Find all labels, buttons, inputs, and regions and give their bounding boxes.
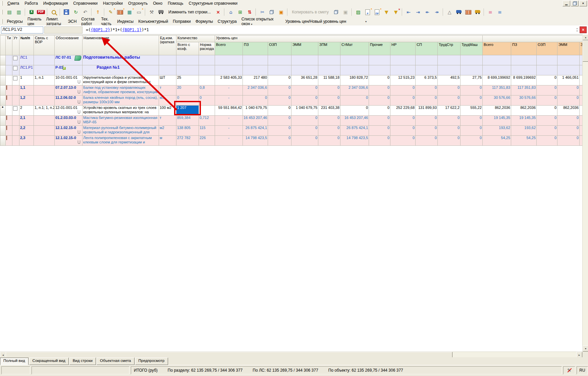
- view-button-9[interactable]: Формулы: [193, 18, 215, 25]
- add-document-icon[interactable]: ⊞: [236, 8, 245, 16]
- value-cell[interactable]: 0: [416, 136, 438, 146]
- price-level-combo[interactable]: Уровень цен/Новый уровень цен: [284, 18, 364, 25]
- bop-link-cell[interactable]: [34, 65, 55, 75]
- row-indicator-cell[interactable]: [0, 65, 6, 75]
- scroll-down-button[interactable]: ▼: [583, 346, 588, 352]
- rate-cell[interactable]: 0,712: [199, 116, 215, 126]
- add-note-icon[interactable]: ▭*: [135, 8, 143, 16]
- excel-export-icon[interactable]: X: [27, 8, 36, 16]
- value2-cell[interactable]: [580, 85, 582, 96]
- bop-link-cell[interactable]: [34, 55, 55, 65]
- value-cell[interactable]: [318, 65, 340, 75]
- view-button-7[interactable]: Конъюнктурный: [136, 18, 170, 25]
- name-cell[interactable]: Устройство кровель скатных из трех слоев…: [83, 106, 159, 116]
- value-cell[interactable]: 180 828,72: [340, 75, 369, 85]
- approve-cell[interactable]: [12, 75, 19, 85]
- materials-icon[interactable]: [464, 8, 473, 16]
- value2-cell[interactable]: [580, 126, 582, 136]
- value-cell[interactable]: 59 551 864,42: [215, 106, 243, 116]
- value2-cell[interactable]: 0: [557, 126, 580, 136]
- row-indicator-cell[interactable]: [0, 55, 6, 65]
- value2-cell[interactable]: [580, 136, 582, 146]
- value-cell[interactable]: 0: [268, 75, 291, 85]
- value2-cell[interactable]: 8 699,199692: [483, 75, 511, 85]
- approve-cell[interactable]: [12, 85, 19, 96]
- value-cell[interactable]: 26 875 424,1: [243, 126, 268, 136]
- value-cell[interactable]: 252 229,68: [390, 106, 416, 116]
- value-cell[interactable]: 0: [390, 126, 416, 136]
- value-cell[interactable]: 0: [461, 136, 483, 146]
- approve-cell[interactable]: [12, 65, 19, 75]
- row-checkbox[interactable]: [13, 76, 17, 80]
- crane-icon[interactable]: ⚒: [147, 8, 156, 16]
- bop-link-cell[interactable]: [34, 85, 55, 96]
- value2-cell[interactable]: 193,62: [483, 126, 511, 136]
- value-cell[interactable]: 0: [268, 126, 291, 136]
- menu-item-1[interactable]: Работа: [22, 0, 41, 6]
- value2-cell[interactable]: 862,2036: [511, 106, 537, 116]
- rate-cell[interactable]: 226: [199, 136, 215, 146]
- num-cell[interactable]: ЛС1: [19, 55, 34, 65]
- num-cell[interactable]: 1,1: [19, 85, 34, 96]
- value2-cell[interactable]: [511, 55, 537, 65]
- price-level-update-icon[interactable]: ⇑: [94, 8, 102, 16]
- value-cell[interactable]: [243, 65, 268, 75]
- value-cell[interactable]: 0: [291, 116, 318, 126]
- row-indicator-cell[interactable]: [0, 85, 6, 96]
- unit-cell[interactable]: м3: [159, 96, 176, 106]
- value-cell[interactable]: 0: [291, 126, 318, 136]
- value-cell[interactable]: -: [215, 96, 243, 106]
- value-cell[interactable]: -: [215, 136, 243, 146]
- num-cell[interactable]: 2,2: [19, 126, 34, 136]
- value-cell[interactable]: 0: [461, 85, 483, 96]
- search-icon[interactable]: [49, 8, 58, 16]
- value-cell[interactable]: 0: [318, 116, 340, 126]
- qty-cell[interactable]: 25: [176, 75, 199, 85]
- row-checkbox[interactable]: [13, 66, 17, 70]
- price-level-combo-arrow[interactable]: ▾: [365, 20, 367, 23]
- value-cell[interactable]: 0: [268, 136, 291, 146]
- value2-cell[interactable]: [511, 65, 537, 75]
- value-cell[interactable]: 0: [416, 126, 438, 136]
- value-cell[interactable]: 0: [369, 75, 390, 85]
- row-type-cell[interactable]: [6, 85, 12, 96]
- value2-cell[interactable]: [580, 106, 582, 116]
- value-cell[interactable]: 0: [438, 116, 461, 126]
- close-button[interactable]: ×: [579, 1, 587, 6]
- value2-cell[interactable]: 862,2036: [557, 106, 580, 116]
- basis-cell[interactable]: 12.1.02.15-0: [55, 136, 83, 146]
- value2-cell[interactable]: [580, 96, 582, 106]
- value-cell[interactable]: [416, 55, 438, 65]
- value-cell[interactable]: 0: [369, 106, 390, 116]
- value-cell[interactable]: 0: [318, 85, 340, 96]
- value-cell[interactable]: [340, 65, 369, 75]
- bop-link-cell[interactable]: 1, п.1; 1, п.2: [34, 106, 55, 116]
- value-cell[interactable]: 0: [268, 96, 291, 106]
- value-cell[interactable]: [369, 55, 390, 65]
- view-button-6[interactable]: Индексы: [115, 18, 136, 25]
- value2-cell[interactable]: 1 466,051: [557, 75, 580, 85]
- name-cell[interactable]: Балки под установку направляющих лифтов,…: [83, 85, 159, 96]
- unit-cell[interactable]: т: [159, 116, 176, 126]
- value-cell[interactable]: 0: [318, 96, 340, 106]
- value-cell[interactable]: 0: [268, 106, 291, 116]
- value-cell[interactable]: 0: [268, 85, 291, 96]
- truck-icon[interactable]: [157, 8, 165, 16]
- view-button-8[interactable]: Поправки: [170, 18, 193, 25]
- bop-link-cell[interactable]: [34, 96, 55, 106]
- value2-cell[interactable]: [580, 55, 582, 65]
- toolbar-gripper[interactable]: [1, 19, 3, 24]
- menu-item-3[interactable]: Справочники: [70, 0, 100, 6]
- toolbar-gripper[interactable]: [1, 1, 3, 6]
- approve-cell[interactable]: [12, 136, 19, 146]
- row-type-cell[interactable]: [6, 136, 12, 146]
- filter-edit-icon[interactable]: ▼: [382, 8, 391, 16]
- rate-cell[interactable]: 0: [199, 96, 215, 106]
- value-cell[interactable]: [390, 65, 416, 75]
- name-cell[interactable]: Лента полипропиленовая с акрилатным клее…: [83, 136, 159, 146]
- name-cell[interactable]: Раздел №1: [83, 65, 159, 75]
- basis-cell[interactable]: 10-01-001-01: [55, 75, 83, 85]
- value-cell[interactable]: 217 480: [243, 75, 268, 85]
- unit-cell[interactable]: [159, 65, 176, 75]
- row-type-cell[interactable]: [6, 65, 12, 75]
